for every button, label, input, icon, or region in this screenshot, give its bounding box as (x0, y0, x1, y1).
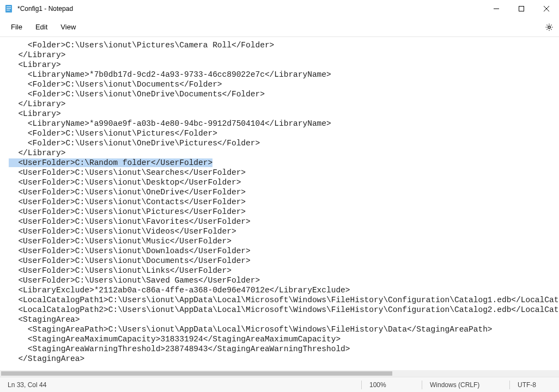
editor-line: <Folder>C:\Users\ionut\Pictures</Folder> (9, 128, 559, 138)
editor-line: <UserFolder>C:\Users\ionut\Favorites</Us… (9, 217, 559, 226)
editor-line: <UserFolder>C:\Users\ionut\Documents</Us… (9, 256, 559, 266)
editor-line: <Library> (9, 60, 559, 70)
editor-line: <UserFolder>C:\Users\ionut\Downloads</Us… (9, 246, 559, 256)
editor-line: <UserFolder>C:\Users\ionut\Desktop</User… (9, 177, 559, 187)
editor-line: <Folder>C:\Users\ionut\OneDrive\Pictures… (9, 138, 559, 148)
editor-line: <UserFolder>C:\Users\ionut\Searches</Use… (9, 168, 559, 177)
statusbar: Ln 33, Col 44 100% Windows (CRLF) UTF-8 (0, 377, 559, 392)
editor-line: <Library> (9, 109, 559, 119)
editor-line: </StagingArea> (9, 354, 559, 364)
svg-line-13 (546, 24, 547, 25)
gear-icon (545, 23, 554, 32)
status-zoom[interactable]: 100% (362, 377, 422, 392)
menu-file[interactable]: File (4, 20, 29, 34)
menu-view[interactable]: View (54, 20, 82, 34)
maximize-button[interactable] (509, 0, 534, 17)
editor-line: <LibraryExclude>*2112ab0a-c86a-4ffe-a368… (9, 285, 559, 295)
settings-button[interactable] (539, 17, 559, 37)
editor-line: <UserFolder>C:\Users\ionut\OneDrive</Use… (9, 187, 559, 197)
editor-line: <LocalCatalogPath2>C:\Users\ionut\AppDat… (9, 305, 559, 315)
text-editor[interactable]: <Folder>C:\Users\ionut\Pictures\Camera R… (0, 37, 559, 377)
status-cursor: Ln 33, Col 44 (0, 377, 54, 392)
horizontal-scrollbar[interactable] (0, 370, 559, 377)
editor-line: <LocalCatalogPath1>C:\Users\ionut\AppDat… (9, 295, 559, 305)
svg-rect-1 (7, 7, 11, 7)
editor-line: <LibraryName>*7b0db17d-9cd2-4a93-9733-46… (9, 70, 559, 79)
editor-line: <Folder>C:\Users\ionut\OneDrive\Document… (9, 89, 559, 99)
editor-line: <StagingAreaWarningThreshold>238748943</… (9, 344, 559, 354)
svg-rect-5 (519, 7, 524, 11)
editor-line: <UserFolder>C:\Users\ionut\Videos</UserF… (9, 226, 559, 236)
editor-line: <UserFolder>C:\Random folder</UserFolder… (9, 158, 559, 168)
editor-line: <UserFolder>C:\Users\ionut\Contacts</Use… (9, 197, 559, 207)
svg-line-16 (551, 24, 551, 25)
editor-line: <StagingArea> (9, 315, 559, 324)
editor-line: <UserFolder>C:\Users\ionut\Music</UserFo… (9, 236, 559, 246)
editor-line: </Library> (9, 148, 559, 158)
editor-line: <UserFolder>C:\Users\ionut\Links</UserFo… (9, 266, 559, 275)
editor-line: <StagingAreaPath>C:\Users\ionut\AppData\… (9, 324, 559, 334)
minimize-button[interactable] (484, 0, 509, 17)
editor-area: <Folder>C:\Users\ionut\Pictures\Camera R… (0, 37, 559, 377)
editor-line: <Folder>C:\Users\ionut\Documents</Folder… (9, 79, 559, 89)
svg-rect-3 (7, 10, 10, 10)
notepad-icon (4, 4, 13, 13)
editor-line: <LibraryName>*a990ae9f-a03b-4e80-94bc-99… (9, 119, 559, 128)
window-title: *Config1 - Notepad (17, 5, 73, 13)
editor-line: <Folder>C:\Users\ionut\Pictures\Camera R… (9, 40, 559, 50)
scrollbar-thumb[interactable] (1, 371, 392, 376)
close-button[interactable] (534, 0, 559, 17)
status-encoding: UTF-8 (510, 377, 559, 392)
editor-line: <StagingAreaMaximumCapacity>318331924</S… (9, 334, 559, 344)
editor-line: <UserFolder>C:\Users\ionut\Pictures</Use… (9, 207, 559, 217)
editor-line: <UserFolder>C:\Users\ionut\Saved Games</… (9, 275, 559, 285)
window-controls (484, 0, 559, 17)
titlebar: *Config1 - Notepad (0, 0, 559, 17)
menu-edit[interactable]: Edit (29, 20, 54, 34)
svg-rect-2 (7, 8, 11, 9)
editor-line: </Library> (9, 50, 559, 60)
editor-line: </Library> (9, 99, 559, 109)
menubar: File Edit View (0, 17, 559, 37)
status-line-ending: Windows (CRLF) (422, 377, 509, 392)
